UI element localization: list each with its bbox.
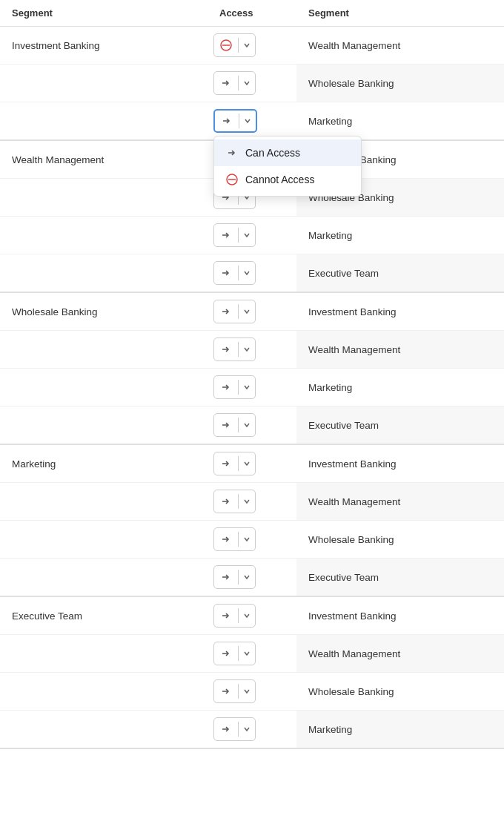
can-access-option[interactable]: Can Access xyxy=(214,139,361,166)
can-access-option-icon xyxy=(226,147,238,159)
access-cell: Can Access Cannot Access xyxy=(208,109,296,133)
access-cell xyxy=(208,490,296,513)
access-button[interactable] xyxy=(213,338,256,361)
access-cell xyxy=(208,71,296,95)
cannot-access-option-label: Cannot Access xyxy=(245,174,314,185)
access-button[interactable] xyxy=(213,71,256,95)
access-dropdown-container xyxy=(213,261,256,285)
target-segment-cell: Wealth Management xyxy=(296,635,504,672)
cannot-access-option-icon xyxy=(226,174,238,185)
table-row: Executive Team xyxy=(0,406,504,444)
access-button[interactable] xyxy=(213,413,256,437)
access-dropdown-container xyxy=(213,604,256,628)
access-dropdown-container xyxy=(213,490,256,513)
access-button[interactable] xyxy=(213,642,256,665)
access-dropdown-container xyxy=(213,679,256,703)
access-button[interactable] xyxy=(213,375,256,399)
target-segment-cell: Investment Banking xyxy=(296,597,504,634)
source-segment-cell xyxy=(0,217,208,254)
dropdown-chevron[interactable] xyxy=(239,604,255,628)
source-segment-cell xyxy=(0,254,208,292)
can-access-icon xyxy=(214,717,238,741)
access-button[interactable] xyxy=(213,490,256,513)
target-segment-cell: Wholesale Banking xyxy=(296,65,504,102)
source-segment-cell xyxy=(0,102,208,139)
access-button[interactable] xyxy=(213,679,256,703)
access-cell xyxy=(208,375,296,399)
source-segment-cell xyxy=(0,179,208,216)
access-cell xyxy=(208,642,296,665)
dropdown-chevron[interactable] xyxy=(239,109,256,133)
access-cell xyxy=(208,261,296,285)
col-segment-header: Segment xyxy=(12,7,219,19)
table-row: MarketingInvestment Banking xyxy=(0,445,504,483)
dropdown-chevron[interactable] xyxy=(239,490,255,513)
table-row: Executive Team xyxy=(0,254,504,292)
segment-group: Investment BankingWealth ManagementWhole… xyxy=(0,27,504,141)
target-segment-cell: Wholesale Banking xyxy=(296,521,504,558)
access-button[interactable] xyxy=(213,452,256,475)
cannot-access-option[interactable]: Cannot Access xyxy=(214,166,361,193)
table-row: Wealth Management xyxy=(0,635,504,673)
access-button[interactable] xyxy=(213,223,256,247)
source-segment-cell xyxy=(0,483,208,520)
table-row: Marketing xyxy=(0,711,504,748)
access-button[interactable] xyxy=(213,565,256,589)
source-segment-cell xyxy=(0,673,208,710)
table-row: Investment BankingWealth Management xyxy=(0,27,504,65)
target-segment-cell: Wealth Management xyxy=(296,483,504,520)
cannot-access-icon xyxy=(214,33,238,57)
col-segment2-header: Segment xyxy=(308,7,492,19)
access-button[interactable] xyxy=(213,527,256,551)
access-dropdown-container xyxy=(213,413,256,437)
access-cell xyxy=(208,527,296,551)
dropdown-chevron[interactable] xyxy=(239,527,255,551)
table-row: Marketing xyxy=(0,369,504,406)
access-dropdown-container xyxy=(213,375,256,399)
target-segment-cell: Marketing xyxy=(296,217,504,254)
access-button[interactable] xyxy=(213,604,256,628)
dropdown-chevron[interactable] xyxy=(239,223,255,247)
access-cell xyxy=(208,338,296,361)
dropdown-chevron[interactable] xyxy=(239,71,255,95)
table-row: Wealth Management xyxy=(0,331,504,369)
table-row: Executive TeamInvestment Banking xyxy=(0,597,504,635)
dropdown-chevron[interactable] xyxy=(239,717,255,741)
target-segment-cell: Investment Banking xyxy=(296,293,504,330)
segment-group: MarketingInvestment BankingWealth Manage… xyxy=(0,445,504,597)
source-segment-cell xyxy=(0,711,208,748)
access-button[interactable] xyxy=(213,717,256,741)
access-button[interactable] xyxy=(213,33,256,57)
access-cell xyxy=(208,565,296,589)
target-segment-cell: Wealth Management xyxy=(296,331,504,368)
access-cell xyxy=(208,33,296,57)
access-button[interactable] xyxy=(213,109,257,133)
target-segment-cell: Executive Team xyxy=(296,406,504,444)
source-segment-cell xyxy=(0,559,208,596)
access-dropdown-container: Can Access Cannot Access xyxy=(213,109,257,133)
dropdown-chevron[interactable] xyxy=(239,261,255,285)
segment-group: Wholesale BankingInvestment BankingWealt… xyxy=(0,293,504,445)
access-dropdown-container xyxy=(213,71,256,95)
access-button[interactable] xyxy=(213,300,256,323)
table-row: Can Access Cannot Access Marketing xyxy=(0,102,504,139)
dropdown-chevron[interactable] xyxy=(239,452,255,475)
dropdown-chevron[interactable] xyxy=(239,300,255,323)
table-row: Wholesale Banking xyxy=(0,65,504,102)
access-cell xyxy=(208,604,296,628)
dropdown-chevron[interactable] xyxy=(239,642,255,665)
access-dropdown-container xyxy=(213,642,256,665)
source-segment-cell xyxy=(0,635,208,672)
dropdown-chevron[interactable] xyxy=(239,375,255,399)
source-segment-cell xyxy=(0,521,208,558)
dropdown-chevron[interactable] xyxy=(239,565,255,589)
access-button[interactable] xyxy=(213,261,256,285)
dropdown-chevron[interactable] xyxy=(239,679,255,703)
dropdown-chevron[interactable] xyxy=(239,338,255,361)
source-segment-cell xyxy=(0,406,208,444)
dropdown-chevron[interactable] xyxy=(239,413,255,437)
dropdown-chevron[interactable] xyxy=(239,33,255,57)
access-dropdown-container xyxy=(213,223,256,247)
target-segment-cell: Wealth Management xyxy=(296,27,504,64)
can-access-icon xyxy=(214,642,238,665)
